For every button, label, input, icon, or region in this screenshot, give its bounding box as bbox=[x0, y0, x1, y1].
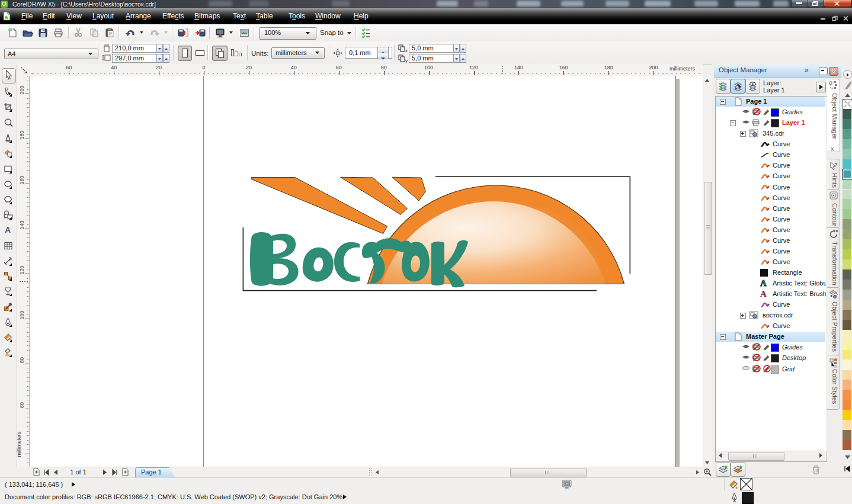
svg-text:?: ? bbox=[834, 162, 838, 168]
svg-text:A: A bbox=[5, 225, 11, 235]
